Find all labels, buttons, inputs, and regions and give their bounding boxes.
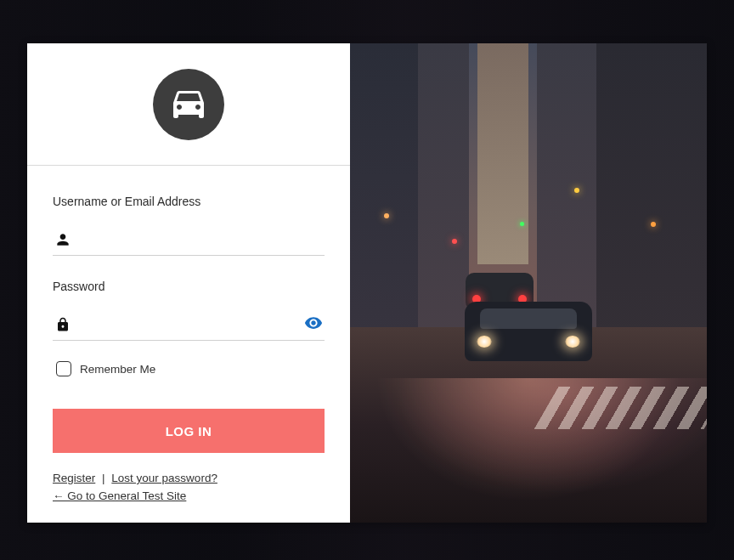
back-row: ← Go to General Test Site [53, 489, 325, 502]
remember-checkbox[interactable] [56, 361, 71, 376]
username-field-wrap [53, 223, 325, 256]
form-pane: Username or Email Address Password [27, 43, 350, 523]
username-label: Username or Email Address [53, 195, 325, 208]
login-button[interactable]: LOG IN [53, 409, 325, 453]
username-input[interactable] [73, 229, 325, 250]
eye-icon [304, 314, 323, 336]
aux-links: Register | Lost your password? [53, 472, 325, 484]
logo-area [27, 43, 350, 166]
password-label: Password [53, 280, 325, 293]
logo-circle [153, 69, 224, 140]
password-input[interactable] [73, 314, 302, 335]
login-card: Username or Email Address Password [27, 43, 707, 523]
remember-label: Remember Me [80, 363, 155, 376]
hero-image [350, 43, 707, 523]
toggle-password-visibility[interactable] [302, 314, 325, 336]
login-form: Username or Email Address Password [27, 166, 350, 523]
lost-password-link[interactable]: Lost your password? [111, 472, 217, 484]
password-field-wrap [53, 308, 325, 341]
register-link[interactable]: Register [53, 472, 95, 484]
car-icon [168, 82, 209, 127]
lock-icon [53, 317, 73, 332]
back-to-site-link[interactable]: ← Go to General Test Site [53, 489, 186, 502]
link-separator: | [99, 472, 109, 484]
remember-row: Remember Me [53, 361, 325, 376]
person-icon [53, 231, 73, 248]
